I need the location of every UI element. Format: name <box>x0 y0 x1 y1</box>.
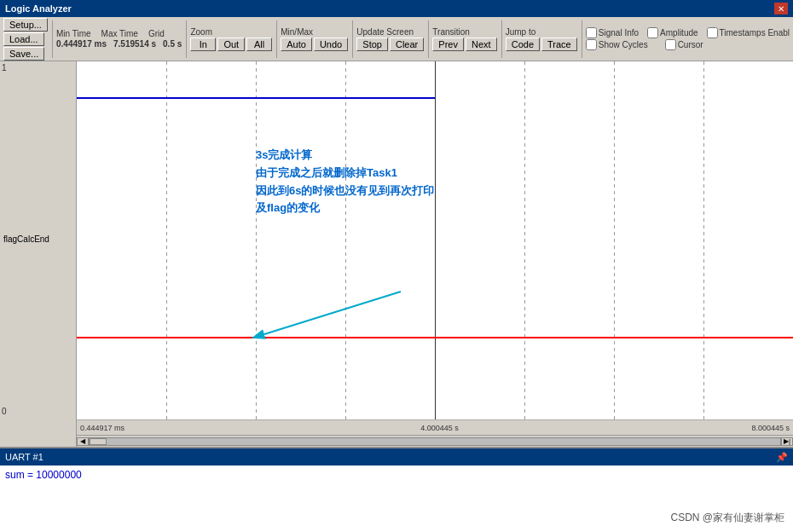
annotation-line4: 及flag的变化 <box>256 200 434 217</box>
grid-label: Grid <box>148 29 165 38</box>
bottom-panel-header: UART #1 📌 <box>0 448 793 466</box>
time-label-start: 0.444917 ms <box>80 424 124 432</box>
annotation-line2: 由于完成之后就删除掉Task1 <box>256 165 434 182</box>
scrollbar-thumb[interactable] <box>90 438 107 445</box>
undo-button[interactable]: Undo <box>314 38 348 51</box>
setup-button[interactable]: Setup... <box>3 18 48 32</box>
cursor-label: Cursor <box>678 40 703 49</box>
content-area: 1 flagCalcEnd 0 <box>0 61 793 532</box>
time-label-end: 8.000445 s <box>751 424 790 432</box>
clear-button[interactable]: Clear <box>390 38 424 51</box>
annotation-block: 3s完成计算 由于完成之后就删除掉Task1 因此到6s的时候也没有见到再次打印… <box>256 147 434 217</box>
chart-wrapper: 1 flagCalcEnd 0 <box>0 61 793 447</box>
load-button[interactable]: Load... <box>3 32 44 46</box>
scroll-left-button[interactable]: ◀ <box>77 437 89 446</box>
app-window: Logic Analyzer ✕ Setup... Load... Save..… <box>0 0 793 532</box>
y-label-1: 1 <box>2 63 7 72</box>
zoom-out-button[interactable]: Out <box>217 38 245 51</box>
timestamps-checkbox[interactable] <box>707 27 718 38</box>
time-label-mid: 4.000445 s <box>420 424 459 432</box>
signal-panel: 1 flagCalcEnd 0 <box>0 61 77 447</box>
minmax-group: Min/Max Auto Undo <box>281 27 348 51</box>
svg-line-1 <box>264 292 401 334</box>
next-button[interactable]: Next <box>466 38 497 51</box>
prev-button[interactable]: Prev <box>432 38 464 51</box>
y-label-0: 0 <box>2 407 7 416</box>
show-cycles-checkbox[interactable] <box>586 39 597 50</box>
zoom-in-button[interactable]: In <box>190 38 216 51</box>
zoom-label: Zoom <box>190 27 212 37</box>
show-cycles-row: Show Cycles Cursor <box>586 39 703 50</box>
signal-info-checkbox[interactable] <box>586 27 597 38</box>
pin-icon: 📌 <box>776 452 788 463</box>
checkboxes-group: Signal Info Amplitude Timestamps Enabl S… <box>586 27 790 50</box>
uart-title: UART #1 <box>5 452 43 462</box>
show-cycles-label: Show Cycles <box>599 40 648 49</box>
stop-button[interactable]: Stop <box>356 38 388 51</box>
chart-right: 3s完成计算 由于完成之后就删除掉Task1 因此到6s的时候也没有见到再次打印… <box>77 61 793 447</box>
min-time-label: Min Time <box>56 29 91 38</box>
grid-line-1 <box>166 61 167 419</box>
title-bar: Logic Analyzer ✕ <box>0 0 793 17</box>
time-group: Min Time Max Time Grid 0.444917 ms 7.519… <box>56 29 182 49</box>
annotation-line1: 3s完成计算 <box>256 147 434 165</box>
grid-line-6 <box>614 61 615 419</box>
grid-line-7 <box>703 61 704 419</box>
annotation-line3: 因此到6s的时候也没有见到再次打印 <box>256 182 434 200</box>
transition-group: Transition Prev Next <box>432 27 496 51</box>
update-group: Update Screen Stop Clear <box>356 27 424 51</box>
min-time-value: 0.444917 ms <box>56 39 107 49</box>
toolbar: Setup... Load... Save... Min Time Max Ti… <box>0 17 793 61</box>
transition-label: Transition <box>432 27 470 37</box>
uart-content: sum = 10000000 <box>5 469 82 481</box>
amplitude-checkbox[interactable] <box>647 27 658 38</box>
code-button[interactable]: Code <box>506 38 540 51</box>
watermark: CSDN @家有仙妻谢掌柜 <box>670 511 784 525</box>
zoom-group: Zoom In Out All <box>190 27 272 51</box>
jumpto-label: Jump to <box>506 27 536 37</box>
grid-line-3 <box>345 61 346 419</box>
scroll-right-end-button[interactable]: ▶| <box>781 437 793 446</box>
save-button[interactable]: Save... <box>3 47 44 61</box>
grid-line-2 <box>256 61 257 419</box>
file-buttons: Setup... Load... Save... <box>3 18 48 61</box>
jumpto-group: Jump to Code Trace <box>506 27 577 51</box>
window-title: Logic Analyzer <box>5 3 72 14</box>
signal-name: flagCalcEnd <box>3 234 49 244</box>
signal-info-row: Signal Info Amplitude Timestamps Enabl <box>586 27 790 38</box>
signal-high-line <box>77 97 435 99</box>
max-time-label: Max Time <box>101 29 138 38</box>
auto-button[interactable]: Auto <box>281 38 312 51</box>
update-screen-label: Update Screen <box>356 27 414 37</box>
grid-value: 0.5 s <box>163 39 182 49</box>
signal-waveform[interactable]: 3s完成计算 由于完成之后就删除掉Task1 因此到6s的时候也没有见到再次打印… <box>77 61 793 419</box>
zero-line <box>77 337 793 338</box>
timestamps-label: Timestamps Enabl <box>720 28 790 38</box>
close-button[interactable]: ✕ <box>774 3 788 14</box>
grid-line-5 <box>524 61 525 419</box>
amplitude-label: Amplitude <box>660 28 697 38</box>
cursor-line <box>435 61 436 419</box>
time-axis: 0.444917 ms 4.000445 s 8.000445 s <box>77 419 793 435</box>
max-time-value: 7.519514 s <box>113 39 156 49</box>
scrollbar-track[interactable] <box>89 437 781 446</box>
trace-button[interactable]: Trace <box>541 38 577 51</box>
scrollbar-row[interactable]: ◀ ▶| <box>77 435 793 447</box>
cursor-checkbox[interactable] <box>665 39 676 50</box>
zoom-all-button[interactable]: All <box>246 38 272 51</box>
signal-info-label: Signal Info <box>599 28 639 38</box>
minmax-label: Min/Max <box>281 27 313 37</box>
